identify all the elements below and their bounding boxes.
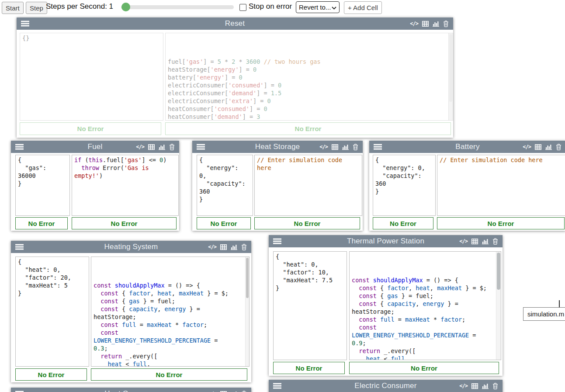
speed-slider-track[interactable] — [121, 5, 234, 9]
chart-view-icon[interactable] — [482, 238, 489, 244]
cell-header: Thermal Power Station </> — [269, 235, 503, 247]
state-error-status: No Error — [273, 362, 345, 374]
code-view-icon[interactable]: </> — [410, 21, 418, 27]
state-error-status: No Error — [197, 217, 251, 229]
scrollbar[interactable] — [496, 252, 501, 360]
code-editor[interactable]: // Enter simulation code here — [437, 155, 565, 216]
chart-view-icon[interactable] — [545, 144, 552, 150]
steps-per-second-value: 1 — [109, 2, 113, 10]
table-view-icon[interactable] — [332, 144, 338, 150]
cell-header: Reset </> — [17, 17, 453, 30]
stop-on-error-checkbox[interactable] — [239, 4, 246, 11]
state-error-status: No Error — [15, 368, 87, 381]
state-editor[interactable]: {} — [20, 33, 163, 121]
table-view-icon[interactable] — [471, 239, 478, 244]
cell-header: Battery </> — [369, 141, 565, 153]
drag-handle-icon[interactable] — [197, 144, 205, 150]
chart-view-icon[interactable] — [159, 144, 165, 150]
table-view-icon[interactable] — [535, 144, 541, 150]
code-editor[interactable]: const shouldApplyMax = () => { const { f… — [349, 251, 501, 360]
cell-header: Heat Storage </> — [192, 141, 363, 153]
table-view-icon[interactable] — [148, 144, 155, 150]
drag-handle-icon[interactable] — [15, 144, 24, 150]
trash-icon[interactable] — [353, 144, 358, 150]
code-error-status: No Error — [165, 122, 451, 135]
scrollbar[interactable] — [245, 257, 249, 366]
code-view-icon[interactable]: </> — [459, 238, 468, 244]
code-error-status: No Error — [349, 362, 499, 374]
cell-heat-consumer: Heat Consumer </> — [11, 388, 251, 392]
table-view-icon[interactable] — [422, 21, 429, 27]
code-editor[interactable]: fuel['gas'] = 5 * 2 * 3600 // two hours … — [165, 33, 453, 121]
top-toolbar: Start Step Steps per Second: 1 Stop on e… — [0, 0, 565, 14]
chart-view-icon[interactable] — [231, 244, 237, 250]
revert-to-selected-value: Revert to... — [299, 3, 331, 11]
cell-header: Heat Consumer </> — [11, 388, 251, 392]
speed-slider-thumb[interactable] — [121, 3, 130, 11]
start-button[interactable]: Start — [2, 2, 24, 14]
state-editor[interactable]: { "heat": 0, "factor": 10, "maxHeat": 7.… — [273, 251, 347, 360]
revert-to-select[interactable]: Revert to... — [296, 1, 340, 13]
code-editor[interactable]: if (this.fuel['gas'] <= 0) throw Error('… — [72, 155, 179, 216]
text-cursor — [559, 300, 560, 308]
trash-icon[interactable] — [492, 383, 498, 389]
state-error-status: No Error — [373, 217, 433, 229]
table-view-icon[interactable] — [220, 244, 227, 250]
drag-handle-icon[interactable] — [374, 144, 382, 150]
code-view-icon[interactable]: </> — [459, 383, 468, 389]
steps-per-second-label: Steps per Second: 1 — [46, 2, 113, 11]
state-editor[interactable]: { "energy": 0, "capacity":360} — [373, 155, 436, 216]
drag-handle-icon[interactable] — [273, 238, 281, 244]
cell-header: Fuel </> — [11, 141, 179, 153]
filename-tooltip: simulation.m — [523, 307, 565, 321]
chevron-down-icon — [332, 3, 336, 11]
state-error-status: No Error — [15, 217, 68, 229]
cell-thermal-power-station: Thermal Power Station </> { "heat": 0, "… — [269, 235, 503, 376]
code-view-icon[interactable]: </> — [208, 244, 216, 250]
code-error-status: No Error — [72, 217, 177, 229]
app-canvas: Start Step Steps per Second: 1 Stop on e… — [0, 0, 565, 392]
steps-per-second-text: Steps per Second: — [46, 2, 107, 10]
state-editor[interactable]: { "energy":0, "capacity":360} — [197, 155, 253, 216]
drag-handle-icon[interactable] — [21, 21, 29, 27]
cell-header: Heating System </> — [11, 241, 251, 253]
drag-handle-icon[interactable] — [15, 244, 24, 250]
cell-heat-storage: Heat Storage </> { "energy":0, "capacity… — [192, 141, 363, 231]
trash-icon[interactable] — [492, 238, 498, 245]
cell-title: Reset — [17, 19, 453, 28]
code-editor[interactable]: // Enter simulation codehere — [254, 155, 362, 216]
trash-icon[interactable] — [169, 144, 175, 150]
state-editor[interactable]: { "heat": 0, "factor": 20, "maxHeat": 5} — [15, 257, 89, 367]
cell-battery: Battery </> { "energy": 0, "capacity":36… — [369, 141, 565, 231]
code-view-icon[interactable]: </> — [319, 144, 328, 150]
trash-icon[interactable] — [443, 21, 449, 27]
cell-reset: Reset </> {} fuel['gas'] = 5 * 2 * 3600 … — [17, 17, 453, 138]
trash-icon[interactable] — [556, 144, 562, 150]
code-editor[interactable]: const shouldApplyMax = () => { const { f… — [91, 257, 250, 367]
chart-view-icon[interactable] — [433, 21, 439, 27]
step-button[interactable]: Step — [26, 2, 47, 14]
stop-on-error-label: Stop on error — [249, 2, 292, 11]
cell-fuel: Fuel </> { "gas":36000} if (this.fuel['g… — [11, 141, 179, 231]
code-error-status: No Error — [437, 217, 565, 229]
code-error-status: No Error — [254, 217, 360, 229]
cell-heating-system: Heating System </> { "heat": 0, "factor"… — [11, 241, 251, 382]
state-error-status: No Error — [20, 122, 161, 135]
code-view-icon[interactable]: </> — [523, 144, 531, 150]
drag-handle-icon[interactable] — [273, 383, 281, 389]
add-cell-button[interactable]: + Add Cell — [344, 1, 382, 14]
state-editor[interactable]: { "gas":36000} — [15, 155, 70, 216]
code-error-status: No Error — [91, 368, 247, 381]
trash-icon[interactable] — [241, 244, 247, 250]
chart-view-icon[interactable] — [482, 383, 489, 389]
trash-icon[interactable] — [241, 391, 247, 392]
cell-electric-consumer: Electric Consumer </> — [269, 380, 503, 392]
cell-header: Electric Consumer </> — [269, 380, 503, 392]
code-view-icon[interactable]: </> — [136, 144, 144, 150]
chart-view-icon[interactable] — [342, 144, 349, 150]
table-view-icon[interactable] — [471, 383, 478, 389]
